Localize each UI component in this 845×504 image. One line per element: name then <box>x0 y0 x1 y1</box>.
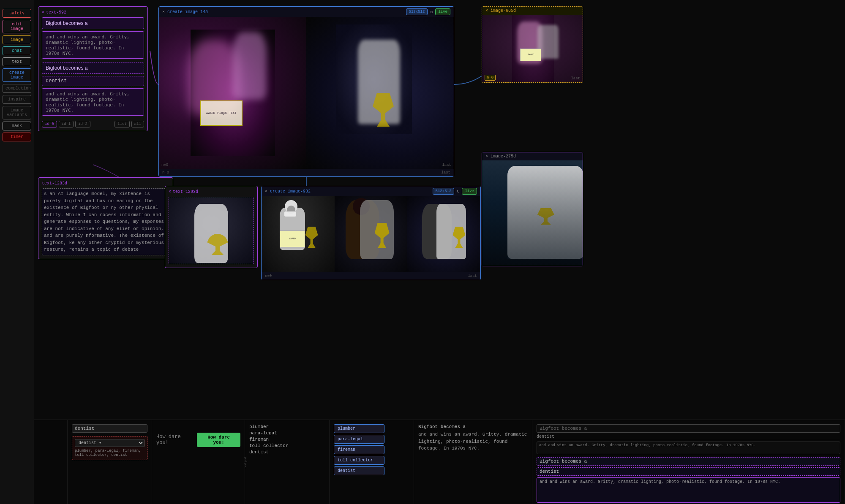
sidebar-btn-inspire[interactable]: inspire <box>3 95 31 104</box>
createimage932-img2 <box>335 196 408 272</box>
refresh-icon[interactable]: ↻ <box>430 9 433 14</box>
bp2-dropdown-select[interactable]: dentist ▾ plumber para-legal fireman tol… <box>75 439 144 447</box>
createimage932-img1: AWARD <box>262 196 335 272</box>
sidebar-btn-safety[interactable]: safety <box>3 9 31 18</box>
text592-input1[interactable] <box>42 17 144 29</box>
image275d-close[interactable]: × <box>485 154 488 159</box>
createimage932-footer: n=0 <box>265 274 272 278</box>
bottom-panel-4: output plumber para-legal fireman toll c… <box>245 420 330 504</box>
sidebar-btn-create-image[interactable]: create image <box>3 68 31 82</box>
tab-id1[interactable]: id-1 <box>59 121 74 127</box>
image275d-image <box>482 160 583 266</box>
text1283d-title: text-1283d <box>42 181 169 186</box>
list-item[interactable]: para-legal <box>249 431 325 436</box>
list-item[interactable]: plumber <box>249 424 325 429</box>
text1293d-image-box <box>169 197 254 264</box>
createimage932-size: 512x512 <box>433 188 455 195</box>
createimage145-img1: AWARD PLAQUE TEXT n=0 <box>159 17 306 169</box>
createimage145-img2-label: last <box>442 163 451 167</box>
image665d-close[interactable]: × <box>485 8 488 13</box>
text592-textarea1[interactable]: and and wins an award. Gritty, dramatic … <box>42 31 144 59</box>
image665d-last: last <box>571 76 580 81</box>
image665d-image: AWARD n=0 last <box>482 15 583 82</box>
sidebar-btn-chat[interactable]: chat <box>3 46 31 55</box>
text592-input2[interactable] <box>42 62 144 74</box>
list-item[interactable]: dentist <box>249 450 325 455</box>
image665d-title: image-665d <box>491 8 516 13</box>
bp7-input1[interactable] <box>537 424 840 433</box>
tab-list[interactable]: list <box>114 121 130 127</box>
list-item[interactable]: toll collector <box>249 443 325 448</box>
sidebar-btn-mask[interactable]: mask <box>3 122 31 130</box>
choice-btn-fireman[interactable]: fireman <box>334 445 384 454</box>
createimage145-footer-label: n=0 <box>162 171 169 175</box>
text592-title: text-592 <box>46 10 66 15</box>
createimage145-grid: AWARD PLAQUE TEXT n=0 last <box>159 17 454 169</box>
bp2-input[interactable] <box>72 424 147 433</box>
text592-label1: dentist <box>42 76 144 86</box>
text1293d-panel: × text-1293d <box>165 186 258 268</box>
createimage145-img2: last <box>306 17 454 169</box>
bp2-dropdown-box: dentist ▾ plumber para-legal fireman tol… <box>72 436 147 460</box>
createimage932-refresh[interactable]: ↻ <box>457 189 459 194</box>
text1293d-close[interactable]: × <box>169 190 171 194</box>
bp6-title: Bigfoot becomes a <box>418 424 528 429</box>
createimage145-close[interactable]: × <box>162 10 165 14</box>
createimage932-panel: × create image-932 512x512 ↻ live AWARD <box>261 186 481 280</box>
bp3-text: How dare you! <box>156 434 194 446</box>
bottom-panel-7: dentist and and wins an award. Gritty, d… <box>532 420 845 504</box>
bp7-label1: dentist <box>537 434 840 440</box>
choice-btn-tollcollector[interactable]: toll collector <box>334 456 384 465</box>
bp7-input2[interactable] <box>537 457 840 466</box>
sidebar-btn-edit-image[interactable]: edit image <box>3 20 31 33</box>
createimage932-last: last <box>468 274 477 278</box>
bp7-label2: dentist <box>537 467 840 476</box>
createimage145-title: create image-145 <box>167 10 208 14</box>
text1293d-title: text-1293d <box>173 190 198 194</box>
choice-btn-plumber[interactable]: plumber <box>334 424 384 433</box>
bp7-textarea2[interactable]: and and wins an award. Gritty, dramatic … <box>537 477 840 503</box>
image665d-panel: × image-665d AWARD n=0 last <box>482 6 583 83</box>
bottom-panel-6: Bigfoot becomes a and and wins an award.… <box>414 420 532 504</box>
image665d-num: n=0 <box>485 75 496 81</box>
sidebar: safety edit image image chat text create… <box>0 0 34 504</box>
tab-id2[interactable]: id-2 <box>75 121 90 127</box>
sidebar-btn-completion[interactable]: completion <box>3 84 31 93</box>
createimage932-img3 <box>407 196 480 272</box>
text592-textarea2[interactable]: and and wins an award. Gritty, dramatic … <box>42 88 144 116</box>
createimage145-panel: × create image-145 512x512 ↻ live AWARD … <box>158 6 454 177</box>
tab-all[interactable]: all <box>131 121 144 127</box>
bottom-panel-5: plumber para-legal fireman toll collecto… <box>330 420 414 504</box>
bp2-dropdown-hint: plumber, para-legal, fireman, toll colle… <box>75 449 144 457</box>
text592-close[interactable]: × <box>42 10 44 15</box>
createimage932-live: live <box>462 188 477 195</box>
createimage932-grid: AWARD <box>262 196 480 272</box>
bp6-content: and and wins an award. Gritty, dramatic … <box>418 431 528 452</box>
createimage932-title: create image-932 <box>270 189 311 194</box>
choice-btn-dentist[interactable]: dentist <box>334 466 384 475</box>
text1283d-content: s an AI language model, my xistence is p… <box>42 188 169 255</box>
createimage145-img1-label: n=0 <box>161 163 168 167</box>
choice-btn-paralegal[interactable]: para-legal <box>334 435 384 444</box>
bottom-row: dentist dentist share your dentist ▾ plu… <box>0 420 845 504</box>
bp3-btn[interactable]: How dare you! <box>197 433 240 447</box>
sidebar-btn-image[interactable]: image <box>3 35 31 44</box>
image275d-panel: × image-275d <box>482 152 583 266</box>
bottom-panel-3: How dare you! How dare you! <box>152 420 245 504</box>
bp4-list: plumber para-legal fireman toll collecto… <box>249 424 325 455</box>
text1283d-panel: text-1283d s an AI language model, my xi… <box>38 177 173 259</box>
createimage932-close[interactable]: × <box>265 189 267 194</box>
sidebar-btn-image-variants[interactable]: image variants <box>3 106 31 119</box>
list-item[interactable]: fireman <box>249 437 325 442</box>
createimage145-live: live <box>435 8 450 15</box>
createimage145-size: 512x512 <box>406 8 428 15</box>
sidebar-btn-timer[interactable]: timer <box>3 133 31 141</box>
bp7-textarea1[interactable]: and and wins an award. Gritty, dramatic … <box>537 442 840 454</box>
bp4-label: output <box>243 456 247 468</box>
tab-id0[interactable]: id-0 <box>42 121 57 127</box>
sidebar-btn-text[interactable]: text <box>3 57 31 66</box>
text592-panel: × text-592 and and wins an award. Gritty… <box>38 6 148 131</box>
image275d-title: image-275d <box>491 154 516 159</box>
bottom-panel-2: dentist ▾ plumber para-legal fireman tol… <box>68 420 152 504</box>
createimage145-footer-last: last <box>441 171 450 175</box>
